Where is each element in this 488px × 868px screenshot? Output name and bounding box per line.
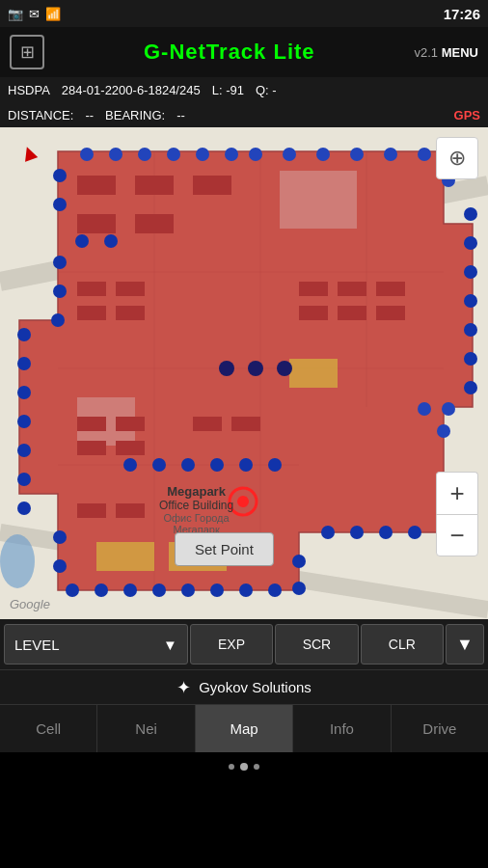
gps-status: GPS: [454, 108, 480, 122]
svg-point-59: [292, 555, 306, 568]
svg-rect-30: [193, 417, 222, 431]
svg-point-69: [53, 559, 67, 573]
more-button[interactable]: ▼: [446, 624, 484, 665]
svg-point-42: [384, 148, 397, 161]
svg-point-39: [283, 148, 296, 161]
bearing-label: BEARING:: [105, 108, 165, 122]
svg-rect-4: [280, 171, 357, 229]
svg-rect-24: [77, 417, 106, 431]
app-icon[interactable]: ⊞: [10, 35, 44, 69]
svg-point-89: [196, 148, 209, 161]
distance-value: --: [85, 108, 94, 122]
svg-point-93: [181, 458, 195, 472]
svg-rect-33: [338, 282, 366, 296]
svg-point-58: [321, 526, 335, 539]
branding-bar: ✦ Gyokov Solutions: [0, 669, 488, 704]
svg-point-60: [292, 582, 306, 595]
location-button[interactable]: ⊕: [436, 137, 478, 179]
svg-point-76: [17, 357, 31, 370]
svg-point-55: [408, 526, 421, 539]
svg-rect-29: [116, 503, 145, 518]
svg-point-81: [75, 234, 89, 248]
svg-point-84: [53, 169, 67, 182]
svg-point-38: [249, 148, 262, 161]
svg-point-56: [379, 526, 393, 539]
svg-point-85: [80, 148, 94, 161]
email-icon: ✉: [29, 7, 40, 21]
clr-button[interactable]: CLR: [361, 624, 444, 665]
svg-rect-23: [116, 306, 145, 320]
svg-point-54: [437, 424, 450, 438]
svg-point-98: [248, 361, 263, 376]
info-bar-location: DISTANCE: -- BEARING: -- GPS: [0, 102, 488, 127]
map-view[interactable]: Megapark Office Building Офис Города Мег…: [0, 127, 488, 619]
svg-point-62: [239, 583, 253, 597]
svg-point-41: [350, 148, 364, 161]
svg-point-50: [464, 352, 477, 366]
signal-quality: Q: -: [256, 83, 277, 97]
svg-point-88: [167, 148, 180, 161]
svg-point-51: [464, 381, 477, 394]
set-point-button[interactable]: Set Point: [175, 532, 274, 566]
svg-rect-36: [338, 306, 366, 320]
svg-point-46: [464, 236, 477, 250]
tab-drive[interactable]: Drive: [392, 705, 488, 752]
svg-point-67: [95, 583, 108, 597]
svg-rect-19: [135, 214, 174, 233]
svg-point-61: [268, 583, 282, 597]
svg-point-70: [53, 530, 67, 544]
svg-point-75: [17, 386, 31, 399]
svg-rect-35: [299, 306, 328, 320]
svg-point-96: [268, 458, 282, 472]
svg-point-83: [53, 198, 67, 211]
zoom-controls: + −: [436, 472, 478, 556]
svg-rect-17: [193, 176, 231, 195]
exp-button[interactable]: EXP: [190, 624, 273, 665]
tab-map[interactable]: Map: [196, 705, 293, 752]
svg-point-43: [418, 148, 431, 161]
nav-dot-center: [240, 763, 248, 771]
scr-button[interactable]: SCR: [275, 624, 358, 665]
tab-info[interactable]: Info: [293, 705, 391, 752]
controls-bar: LEVEL ▼ EXP SCR CLR ▼: [0, 619, 488, 669]
tab-nei[interactable]: Nei: [97, 705, 195, 752]
zoom-in-button[interactable]: +: [436, 472, 478, 514]
svg-point-74: [17, 415, 31, 428]
svg-point-65: [152, 583, 166, 597]
app-version: v2.1 MENU: [415, 45, 478, 60]
app-header: ⊞ G-NetTrack Lite v2.1 MENU: [0, 27, 488, 77]
svg-point-71: [17, 502, 31, 515]
svg-point-79: [53, 285, 67, 298]
level-selector[interactable]: LEVEL ▼: [4, 624, 188, 665]
nav-dot-right: [254, 764, 259, 770]
svg-rect-13: [96, 542, 154, 571]
nav-dots: [0, 752, 488, 781]
svg-rect-12: [289, 359, 338, 388]
signal-level: L: -91: [212, 83, 244, 97]
svg-rect-27: [116, 441, 145, 455]
svg-rect-16: [135, 176, 174, 195]
svg-point-82: [104, 234, 118, 248]
info-bar-network: HSDPA 284-01-2200-6-1824/245 L: -91 Q: -: [0, 77, 488, 102]
svg-point-47: [464, 265, 477, 279]
svg-rect-20: [77, 282, 106, 296]
bearing-value: --: [176, 108, 185, 122]
svg-point-92: [152, 458, 166, 472]
tab-cell[interactable]: Cell: [0, 705, 97, 752]
distance-label: DISTANCE:: [8, 108, 73, 122]
svg-point-94: [210, 458, 224, 472]
svg-rect-37: [376, 306, 405, 320]
network-type: HSDPA: [8, 83, 50, 97]
svg-rect-26: [77, 441, 106, 455]
svg-rect-34: [376, 282, 405, 296]
svg-rect-18: [77, 214, 116, 233]
svg-rect-15: [77, 176, 116, 195]
svg-point-48: [464, 294, 477, 308]
bottom-tabs: Cell Nei Map Info Drive: [0, 704, 488, 752]
zoom-out-button[interactable]: −: [436, 514, 478, 556]
svg-point-77: [17, 328, 31, 341]
svg-point-68: [66, 583, 79, 597]
svg-point-100: [0, 534, 35, 588]
svg-point-52: [442, 402, 455, 416]
camera-icon: 📷: [8, 7, 23, 21]
